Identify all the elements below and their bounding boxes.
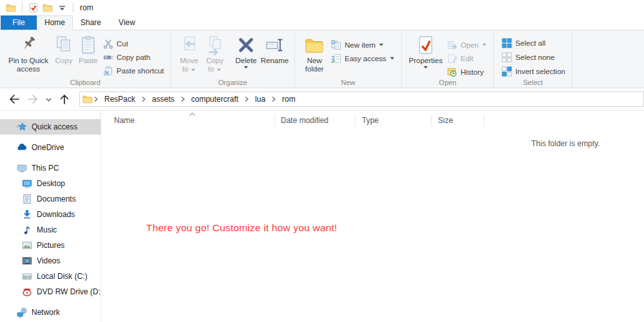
- network-icon: [17, 307, 27, 317]
- column-header-name[interactable]: Name: [101, 115, 275, 126]
- back-button[interactable]: [8, 93, 21, 106]
- edit-label: Edit: [460, 55, 473, 62]
- chevron-down-icon: [243, 66, 249, 69]
- history-button[interactable]: History: [444, 65, 489, 79]
- cut-label: Cut: [117, 40, 128, 48]
- sidebar-item-local-disk[interactable]: Local Disk (C:): [0, 269, 100, 284]
- sidebar-item-music[interactable]: Music: [0, 222, 100, 238]
- tab-home[interactable]: Home: [37, 15, 73, 30]
- column-header-date-modified[interactable]: Date modified: [275, 115, 355, 126]
- downloads-icon: [22, 209, 32, 220]
- select-all-button[interactable]: Select all: [499, 36, 567, 50]
- copy-button[interactable]: Copy: [52, 32, 76, 66]
- move-to-button[interactable]: Move to: [176, 32, 202, 75]
- pictures-icon: [22, 240, 32, 251]
- new-folder-button[interactable]: New folder: [300, 32, 328, 75]
- sidebar-item-desktop[interactable]: Desktop: [0, 176, 100, 191]
- copy-to-button[interactable]: Copy to: [202, 32, 228, 75]
- edit-icon: [447, 53, 457, 64]
- recent-locations-dropdown[interactable]: [45, 96, 52, 103]
- titlebar-separator: [73, 3, 73, 12]
- sort-ascending-icon: [189, 112, 196, 117]
- chevron-down-icon: [191, 68, 196, 71]
- sidebar-item-label: OneDrive: [32, 143, 64, 152]
- address-bar[interactable]: ResPack assets computercraft lua rom: [79, 91, 644, 107]
- sidebar-item-this-pc[interactable]: This PC: [0, 160, 100, 176]
- sidebar-item-label: Music: [37, 225, 57, 234]
- sidebar-item-downloads[interactable]: Downloads: [0, 207, 100, 222]
- quick-access-icon: [17, 122, 27, 132]
- tab-view[interactable]: View: [109, 15, 145, 30]
- tab-share[interactable]: Share: [73, 15, 109, 30]
- open-button[interactable]: Open: [444, 38, 489, 52]
- history-label: History: [460, 68, 484, 76]
- tab-file[interactable]: File: [1, 15, 37, 30]
- invert-selection-button[interactable]: Invert selection: [499, 64, 567, 79]
- move-to-icon: [179, 33, 200, 57]
- new-group-label: New: [295, 79, 401, 86]
- breadcrumb-item[interactable]: computercraft: [186, 92, 243, 106]
- rename-button[interactable]: Rename: [259, 32, 290, 66]
- file-list-area: Name Date modified Type Size This folder…: [101, 111, 644, 322]
- paste-shortcut-button[interactable]: Paste shortcut: [100, 64, 167, 77]
- ribbon-group-clipboard: Pin to Quick access Copy Paste Cut: [0, 30, 171, 88]
- address-folder-icon: [82, 94, 93, 104]
- edit-button[interactable]: Edit: [444, 52, 489, 65]
- qat-customize-dropdown[interactable]: [56, 2, 68, 14]
- sidebar-item-label: Desktop: [37, 179, 65, 188]
- copy-path-button[interactable]: W... Copy path: [100, 50, 167, 64]
- sidebar-item-pictures[interactable]: Pictures: [0, 238, 100, 253]
- explorer-window: rom File Home Share View Pin to Quick ac…: [0, 0, 644, 322]
- invert-selection-icon: [502, 66, 512, 77]
- sidebar-item-label: This PC: [32, 164, 59, 173]
- new-folder-label: New folder: [302, 57, 327, 73]
- delete-button[interactable]: Delete: [234, 32, 259, 70]
- cut-button[interactable]: Cut: [100, 37, 167, 50]
- breadcrumb-item[interactable]: ResPack: [99, 92, 140, 106]
- properties-button[interactable]: Properties: [407, 32, 444, 70]
- paste-button[interactable]: Paste: [76, 32, 100, 66]
- sidebar-item-dvd-drive[interactable]: DVD RW Drive (D:) L: [0, 284, 100, 299]
- sidebar-item-network[interactable]: Network: [0, 305, 100, 320]
- column-header-row: Name Date modified Type Size: [101, 111, 644, 130]
- copy-label: Copy: [55, 57, 73, 65]
- qat-new-folder-button[interactable]: [42, 2, 53, 14]
- breadcrumb-item[interactable]: rom: [277, 92, 301, 106]
- breadcrumb-chevron-icon[interactable]: [93, 96, 99, 102]
- column-header-type[interactable]: Type: [355, 115, 431, 126]
- ribbon-group-select: Select all Select none Invert selection …: [494, 30, 572, 88]
- new-item-button[interactable]: New item: [328, 38, 397, 52]
- qat-properties-button[interactable]: [28, 2, 39, 14]
- chevron-down-icon: [216, 68, 222, 71]
- breadcrumb-chevron-icon[interactable]: [140, 96, 147, 102]
- properties-icon: [415, 33, 436, 57]
- dvd-drive-icon: [22, 287, 32, 297]
- breadcrumb-item[interactable]: assets: [147, 92, 180, 106]
- sidebar-item-onedrive[interactable]: OneDrive: [0, 140, 100, 155]
- column-header-size[interactable]: Size: [431, 115, 484, 126]
- copy-path-icon: W...: [103, 52, 113, 62]
- sidebar-item-label: Videos: [37, 256, 60, 265]
- breadcrumb-chevron-icon[interactable]: [243, 96, 250, 102]
- up-button[interactable]: [58, 93, 71, 106]
- clipboard-group-label: Clipboard: [0, 79, 171, 86]
- sidebar-item-documents[interactable]: Documents: [0, 191, 100, 207]
- sidebar-item-label: Documents: [37, 194, 76, 204]
- select-group-label: Select: [494, 79, 571, 86]
- open-group-label: Open: [402, 79, 494, 86]
- sidebar-item-quick-access[interactable]: Quick access: [0, 119, 100, 135]
- easy-access-button[interactable]: Easy access: [328, 52, 397, 65]
- sidebar-item-videos[interactable]: Videos: [0, 253, 100, 269]
- breadcrumb-item[interactable]: lua: [250, 92, 270, 106]
- this-pc-icon: [17, 163, 27, 173]
- breadcrumb-chevron-icon[interactable]: [270, 96, 277, 102]
- breadcrumb-chevron-icon[interactable]: [180, 96, 186, 102]
- select-none-button[interactable]: Select none: [499, 50, 567, 64]
- forward-button[interactable]: [26, 93, 39, 106]
- navigation-pane: Quick access OneDrive This PC Desktop Do…: [0, 111, 101, 322]
- navigation-bar: ResPack assets computercraft lua rom: [0, 88, 644, 111]
- svg-text:W...: W...: [104, 55, 110, 59]
- sidebar-item-label: Local Disk (C:): [37, 272, 88, 281]
- pin-to-quick-access-button[interactable]: Pin to Quick access: [5, 32, 52, 75]
- desktop-icon: [22, 178, 32, 189]
